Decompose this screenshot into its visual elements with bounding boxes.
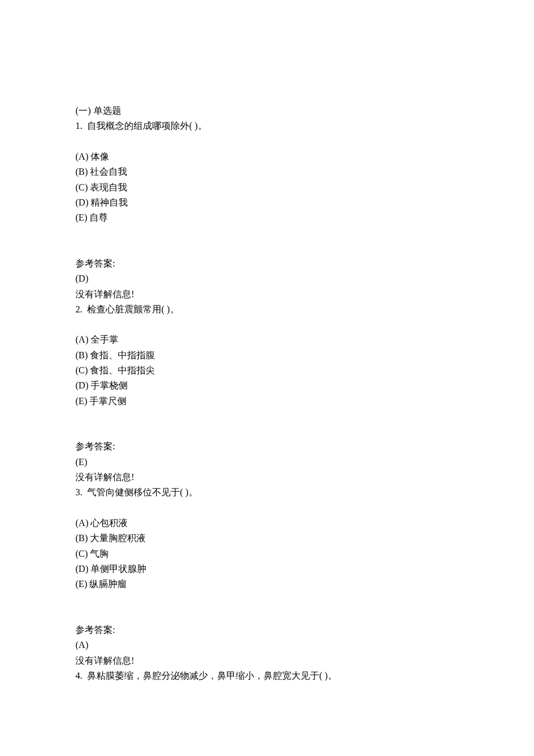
question-stem-text: 自我概念的组成哪项除外( )。 — [87, 121, 207, 131]
question-stem-text: 气管向健侧移位不见于( )。 — [87, 487, 198, 497]
blank-line — [75, 409, 459, 424]
answer-section: 参考答案: (E) 没有详解信息! — [75, 439, 459, 485]
option-label: (D) — [75, 197, 88, 207]
question-stem: 1. 自我概念的组成哪项除外( )。 — [75, 118, 459, 134]
option-text: 纵膈肿瘤 — [89, 579, 127, 589]
answer-value: (E) — [75, 455, 459, 470]
question-1: 1. 自我概念的组成哪项除外( )。 (A) 体像 (B) 社会自我 (C) 表… — [75, 118, 459, 302]
option-text: 社会自我 — [90, 167, 127, 177]
question-stem: 2. 检查心脏震颤常用( )。 — [75, 302, 459, 317]
option-text: 全手掌 — [91, 334, 118, 344]
option-text: 食指、中指指腹 — [90, 350, 155, 360]
question-number: 3. — [75, 487, 82, 497]
option-text: 表现自我 — [90, 182, 127, 192]
option-label: (B) — [75, 350, 88, 360]
option-text: 气胸 — [90, 549, 109, 559]
option-b: (B) 大量胸腔积液 — [75, 531, 459, 546]
option-e: (E) 手掌尺侧 — [75, 394, 459, 409]
option-label: (E) — [75, 396, 87, 406]
option-label: (C) — [75, 182, 88, 192]
option-label: (C) — [75, 365, 88, 375]
section-header: (一) 单选题 — [75, 103, 459, 118]
option-c: (C) 气胸 — [75, 546, 459, 561]
option-label: (D) — [75, 380, 88, 390]
option-label: (B) — [75, 167, 88, 177]
option-a: (A) 心包积液 — [75, 516, 459, 531]
explain-text: 没有详解信息! — [75, 470, 459, 485]
option-text: 手掌桡侧 — [91, 380, 128, 390]
question-2: 2. 检查心脏震颤常用( )。 (A) 全手掌 (B) 食指、中指指腹 (C) … — [75, 302, 459, 485]
option-label: (E) — [75, 579, 87, 589]
option-label: (D) — [75, 564, 88, 574]
option-e: (E) 自尊 — [75, 210, 459, 225]
document-page: (一) 单选题 1. 自我概念的组成哪项除外( )。 (A) 体像 (B) 社会… — [0, 0, 534, 707]
option-label: (A) — [75, 518, 88, 528]
question-stem: 4. 鼻粘膜萎缩，鼻腔分泌物减少，鼻甲缩小，鼻腔宽大见于( )。 — [75, 668, 459, 683]
answer-value: (A) — [75, 638, 459, 653]
question-number: 4. — [75, 671, 82, 681]
option-text: 食指、中指指尖 — [90, 365, 155, 375]
blank-line — [75, 134, 459, 149]
option-label: (C) — [75, 549, 88, 559]
option-text: 自尊 — [89, 213, 108, 222]
option-c: (C) 表现自我 — [75, 180, 459, 195]
question-4: 4. 鼻粘膜萎缩，鼻腔分泌物减少，鼻甲缩小，鼻腔宽大见于( )。 — [75, 668, 459, 683]
options-list: (A) 体像 (B) 社会自我 (C) 表现自我 (D) 精神自我 (E) 自尊 — [75, 149, 459, 226]
option-b: (B) 社会自我 — [75, 164, 459, 179]
answer-label: 参考答案: — [75, 256, 459, 271]
blank-line — [75, 607, 459, 622]
option-a: (A) 全手掌 — [75, 332, 459, 347]
option-a: (A) 体像 — [75, 149, 459, 164]
answer-section: 参考答案: (A) 没有详解信息! — [75, 622, 459, 668]
options-list: (A) 全手掌 (B) 食指、中指指腹 (C) 食指、中指指尖 (D) 手掌桡侧… — [75, 332, 459, 409]
option-text: 精神自我 — [91, 197, 128, 207]
question-stem-text: 鼻粘膜萎缩，鼻腔分泌物减少，鼻甲缩小，鼻腔宽大见于( )。 — [87, 671, 337, 681]
answer-label: 参考答案: — [75, 622, 459, 638]
option-text: 心包积液 — [91, 518, 128, 528]
option-d: (D) 手掌桡侧 — [75, 378, 459, 393]
option-c: (C) 食指、中指指尖 — [75, 363, 459, 378]
options-list: (A) 心包积液 (B) 大量胸腔积液 (C) 气胸 (D) 单侧甲状腺肿 (E… — [75, 516, 459, 592]
blank-line — [75, 592, 459, 607]
explain-text: 没有详解信息! — [75, 653, 459, 668]
question-stem: 3. 气管向健侧移位不见于( )。 — [75, 485, 459, 500]
blank-line — [75, 424, 459, 439]
option-text: 体像 — [91, 152, 109, 161]
option-label: (B) — [75, 533, 88, 543]
explain-text: 没有详解信息! — [75, 287, 459, 302]
question-number: 2. — [75, 304, 82, 314]
blank-line — [75, 501, 459, 516]
blank-line — [75, 241, 459, 256]
option-text: 单侧甲状腺肿 — [91, 564, 146, 574]
question-number: 1. — [75, 121, 82, 131]
question-stem-text: 检查心脏震颤常用( )。 — [87, 304, 179, 314]
option-label: (A) — [75, 334, 88, 344]
blank-line — [75, 226, 459, 241]
answer-section: 参考答案: (D) 没有详解信息! — [75, 256, 459, 302]
option-label: (E) — [75, 213, 87, 222]
option-text: 手掌尺侧 — [89, 396, 127, 406]
question-3: 3. 气管向健侧移位不见于( )。 (A) 心包积液 (B) 大量胸腔积液 (C… — [75, 485, 459, 668]
option-label: (A) — [75, 152, 88, 161]
option-text: 大量胸腔积液 — [90, 533, 146, 543]
answer-value: (D) — [75, 271, 459, 286]
answer-label: 参考答案: — [75, 439, 459, 454]
option-e: (E) 纵膈肿瘤 — [75, 577, 459, 592]
option-b: (B) 食指、中指指腹 — [75, 348, 459, 363]
blank-line — [75, 317, 459, 332]
option-d: (D) 精神自我 — [75, 195, 459, 210]
option-d: (D) 单侧甲状腺肿 — [75, 561, 459, 577]
